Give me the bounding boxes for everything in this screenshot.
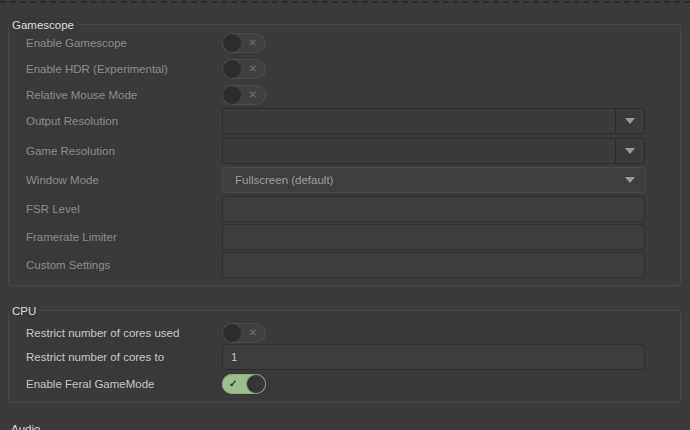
row-fsr-level: FSR Level (26, 196, 671, 222)
window-mode-label: Window Mode (26, 174, 99, 186)
cpu-section-title: CPU (9, 303, 39, 319)
row-enable-feral-gamemode: Enable Feral GameMode ✓ (26, 374, 671, 394)
enable-hdr-toggle[interactable]: ✕ (222, 59, 266, 79)
fsr-level-input[interactable] (222, 196, 645, 222)
row-custom-settings: Custom Settings (26, 252, 671, 278)
toggle-off-icon: ✕ (249, 328, 257, 338)
game-config-pane: Gamescope Enable Gamescope ✕ Enable HDR … (0, 0, 690, 430)
enable-feral-gamemode-label: Enable Feral GameMode (26, 378, 154, 390)
game-resolution-dropdown-button[interactable] (615, 139, 644, 163)
enable-gamescope-toggle[interactable]: ✕ (222, 33, 266, 53)
game-resolution-label: Game Resolution (26, 145, 115, 157)
gamescope-section-title: Gamescope (9, 17, 77, 33)
cpu-section: CPU Restrict number of cores used ✕ Rest… (8, 310, 681, 403)
toggle-off-icon: ✕ (249, 38, 257, 48)
row-enable-gamescope: Enable Gamescope ✕ (26, 33, 671, 53)
restrict-cores-used-label: Restrict number of cores used (26, 327, 179, 339)
toggle-knob (247, 375, 265, 393)
relative-mouse-mode-toggle[interactable]: ✕ (222, 85, 266, 105)
window-mode-selected-value: Fullscreen (default) (235, 174, 333, 186)
output-resolution-input[interactable] (223, 109, 617, 133)
output-resolution-label: Output Resolution (26, 115, 118, 127)
row-relative-mouse-mode: Relative Mouse Mode ✕ (26, 85, 671, 105)
game-resolution-input[interactable] (223, 139, 617, 163)
row-framerate-limiter: Framerate Limiter (26, 224, 671, 250)
custom-settings-input[interactable] (222, 252, 645, 278)
window-mode-dropdown[interactable]: Fullscreen (default) (222, 167, 646, 193)
chevron-down-icon (625, 148, 635, 154)
relative-mouse-mode-label: Relative Mouse Mode (26, 89, 137, 101)
toggle-knob (223, 324, 241, 342)
toggle-off-icon: ✕ (249, 64, 257, 74)
toggle-knob (223, 34, 241, 52)
audio-section-title: Audio (11, 423, 40, 430)
toggle-on-icon: ✓ (229, 379, 237, 389)
restrict-cores-used-toggle[interactable]: ✕ (222, 323, 266, 343)
toggle-knob (223, 60, 241, 78)
row-output-resolution: Output Resolution (26, 108, 671, 134)
output-resolution-dropdown-button[interactable] (615, 109, 644, 133)
enable-hdr-label: Enable HDR (Experimental) (26, 63, 168, 75)
enable-gamescope-label: Enable Gamescope (26, 37, 127, 49)
row-restrict-cores-to: Restrict number of cores to (26, 344, 671, 370)
row-restrict-cores-used: Restrict number of cores used ✕ (26, 323, 671, 343)
row-window-mode: Window Mode Fullscreen (default) (26, 167, 671, 193)
restrict-cores-to-input[interactable] (222, 344, 645, 370)
game-resolution-combo (222, 138, 645, 164)
fsr-level-label: FSR Level (26, 203, 80, 215)
chevron-down-icon (625, 118, 635, 124)
gamescope-section: Gamescope Enable Gamescope ✕ Enable HDR … (8, 24, 681, 286)
framerate-limiter-input[interactable] (222, 224, 645, 250)
framerate-limiter-label: Framerate Limiter (26, 231, 117, 243)
restrict-cores-to-label: Restrict number of cores to (26, 351, 164, 363)
toggle-knob (223, 86, 241, 104)
chevron-down-icon (625, 177, 635, 183)
top-dashed-divider (0, 1, 690, 3)
toggle-off-icon: ✕ (249, 90, 257, 100)
output-resolution-combo (222, 108, 645, 134)
custom-settings-label: Custom Settings (26, 259, 110, 271)
row-enable-hdr: Enable HDR (Experimental) ✕ (26, 59, 671, 79)
enable-feral-gamemode-toggle[interactable]: ✓ (222, 374, 266, 394)
row-game-resolution: Game Resolution (26, 138, 671, 164)
